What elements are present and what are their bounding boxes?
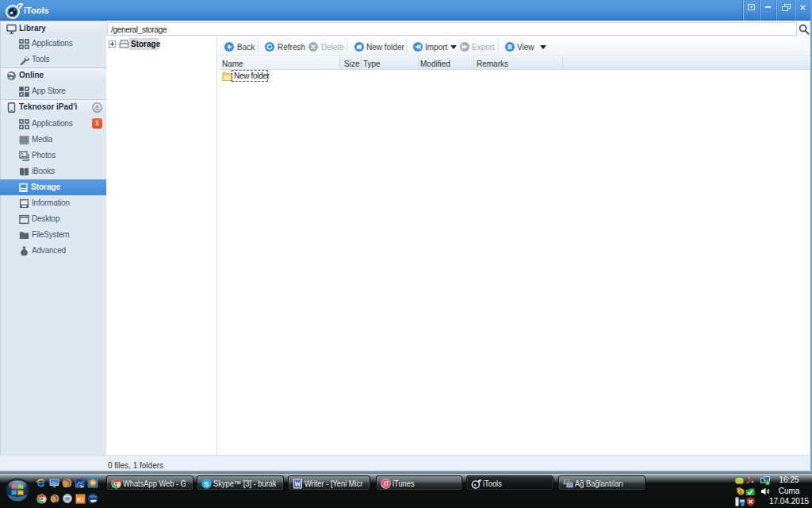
svg-text:S: S [204,480,209,488]
svg-text:$: $ [740,490,742,495]
svg-text:K!: K! [77,496,83,503]
